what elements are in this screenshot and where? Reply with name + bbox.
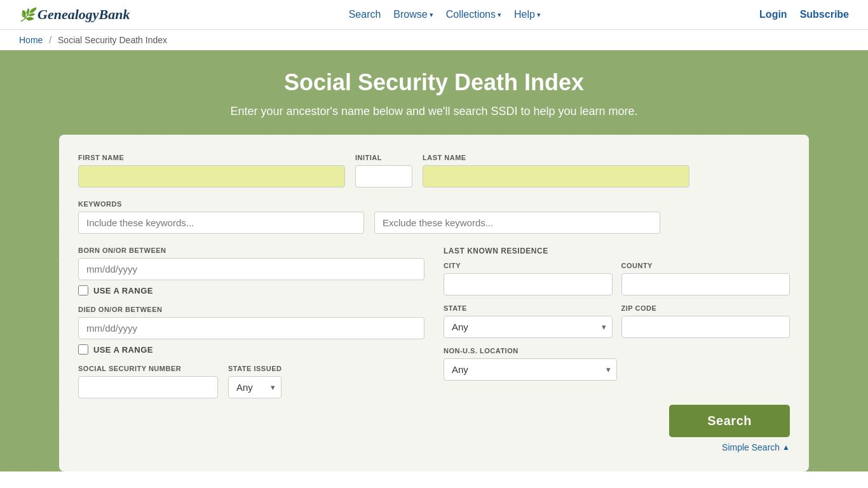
zip-group: ZIP CODE xyxy=(621,304,790,338)
right-column: LAST KNOWN RESIDENCE CITY COUNTY STA xyxy=(444,247,790,398)
breadcrumb-home[interactable]: Home xyxy=(19,35,43,45)
simple-search-link[interactable]: Simple Search ▲ xyxy=(722,442,790,452)
non-us-row: NON-U.S. LOCATION Any ▾ xyxy=(444,347,790,381)
use-range-born-label: USE A RANGE xyxy=(93,286,153,295)
nav-search[interactable]: Search xyxy=(349,9,381,20)
initial-input[interactable] xyxy=(355,165,412,187)
city-input[interactable] xyxy=(444,273,613,295)
breadcrumb-separator: / xyxy=(49,35,51,45)
non-us-group: NON-U.S. LOCATION Any ▾ xyxy=(444,347,617,381)
city-group: CITY xyxy=(444,262,613,295)
state-issued-select[interactable]: Any xyxy=(228,376,281,398)
auth-nav: Login Subscribe xyxy=(759,9,849,20)
two-col-section: BORN ON/OR BETWEEN USE A RANGE DIED ON/O… xyxy=(78,247,790,398)
login-link[interactable]: Login xyxy=(759,9,787,20)
left-column: BORN ON/OR BETWEEN USE A RANGE DIED ON/O… xyxy=(78,247,424,398)
ssn-input[interactable] xyxy=(78,376,218,398)
last-name-input[interactable] xyxy=(423,165,689,187)
logo[interactable]: 🌿 GenealogyBank xyxy=(19,6,130,23)
non-us-label: NON-U.S. LOCATION xyxy=(444,347,617,355)
simple-search-label: Simple Search xyxy=(722,442,780,452)
logo-leaf-icon: 🌿 xyxy=(19,7,35,22)
first-name-input[interactable] xyxy=(78,165,345,187)
nav-collections[interactable]: Collections ▾ xyxy=(446,9,501,20)
ssn-row: SOCIAL SECURITY NUMBER STATE ISSUED Any … xyxy=(78,365,424,398)
state-issued-label: STATE ISSUED xyxy=(228,365,281,372)
keywords-label: KEYWORDS xyxy=(78,200,790,208)
name-row: FIRST NAME INITIAL LAST NAME xyxy=(78,154,790,187)
search-form: FIRST NAME INITIAL LAST NAME KEYWORDS xyxy=(59,135,809,471)
ssn-label: SOCIAL SECURITY NUMBER xyxy=(78,365,218,372)
initial-label: INITIAL xyxy=(355,154,412,161)
died-group: DIED ON/OR BETWEEN xyxy=(78,306,424,339)
header: 🌿 GenealogyBank Search Browse ▾ Collecti… xyxy=(0,0,868,30)
first-name-group: FIRST NAME xyxy=(78,154,345,187)
first-name-label: FIRST NAME xyxy=(78,154,345,161)
exclude-keywords-input[interactable] xyxy=(374,212,660,234)
hero-section: Social Security Death Index Enter your a… xyxy=(0,50,868,471)
breadcrumb: Home / Social Security Death Index xyxy=(0,30,868,50)
born-input[interactable] xyxy=(78,258,424,280)
breadcrumb-current: Social Security Death Index xyxy=(58,35,167,45)
zip-label: ZIP CODE xyxy=(621,304,790,312)
state-select[interactable]: Any xyxy=(444,316,613,338)
state-zip-row: STATE Any ▾ ZIP CODE xyxy=(444,304,790,338)
hero-subtitle: Enter your ancestor's name below and we'… xyxy=(19,105,849,118)
born-section: BORN ON/OR BETWEEN USE A RANGE xyxy=(78,247,424,295)
last-known-residence-title: LAST KNOWN RESIDENCE xyxy=(444,247,790,255)
search-button[interactable]: Search xyxy=(669,405,790,437)
state-group: STATE Any ▾ xyxy=(444,304,613,338)
ssn-group: SOCIAL SECURITY NUMBER xyxy=(78,365,218,398)
born-label: BORN ON/OR BETWEEN xyxy=(78,247,424,254)
county-input[interactable] xyxy=(621,273,790,295)
zip-input[interactable] xyxy=(621,316,790,338)
last-name-label: LAST NAME xyxy=(423,154,689,161)
died-input[interactable] xyxy=(78,317,424,339)
use-range-died-label: USE A RANGE xyxy=(93,345,153,355)
use-range-died-checkbox[interactable] xyxy=(78,344,88,355)
state-issued-group: STATE ISSUED Any ▾ xyxy=(228,365,281,398)
use-range-died-row: USE A RANGE xyxy=(78,344,424,355)
simple-search-up-icon: ▲ xyxy=(782,443,790,452)
initial-group: INITIAL xyxy=(355,154,412,187)
non-us-select[interactable]: Any xyxy=(444,358,617,381)
county-group: COUNTY xyxy=(621,262,790,295)
collections-chevron-icon: ▾ xyxy=(498,11,501,19)
use-range-born-row: USE A RANGE xyxy=(78,285,424,295)
help-chevron-icon: ▾ xyxy=(537,11,541,19)
born-group: BORN ON/OR BETWEEN xyxy=(78,247,424,280)
non-us-select-wrapper[interactable]: Any ▾ xyxy=(444,358,617,381)
county-label: COUNTY xyxy=(621,262,790,269)
bottom-row: Search Simple Search ▲ xyxy=(78,405,790,452)
subscribe-link[interactable]: Subscribe xyxy=(800,9,849,20)
died-section: DIED ON/OR BETWEEN USE A RANGE xyxy=(78,306,424,355)
state-label: STATE xyxy=(444,304,613,312)
state-issued-select-wrapper[interactable]: Any ▾ xyxy=(228,376,281,398)
city-county-row: CITY COUNTY xyxy=(444,262,790,295)
city-label: CITY xyxy=(444,262,613,269)
nav-help[interactable]: Help ▾ xyxy=(514,9,541,20)
main-nav: Search Browse ▾ Collections ▾ Help ▾ xyxy=(349,9,541,20)
nav-browse[interactable]: Browse ▾ xyxy=(393,9,433,20)
include-keywords-input[interactable] xyxy=(78,212,364,234)
last-name-group: LAST NAME xyxy=(423,154,689,187)
died-label: DIED ON/OR BETWEEN xyxy=(78,306,424,313)
keywords-group: KEYWORDS xyxy=(78,200,790,234)
logo-text: GenealogyBank xyxy=(37,6,130,23)
use-range-born-checkbox[interactable] xyxy=(78,285,88,295)
page-title: Social Security Death Index xyxy=(19,69,849,96)
browse-chevron-icon: ▾ xyxy=(430,11,433,19)
state-select-wrapper[interactable]: Any ▾ xyxy=(444,316,613,338)
